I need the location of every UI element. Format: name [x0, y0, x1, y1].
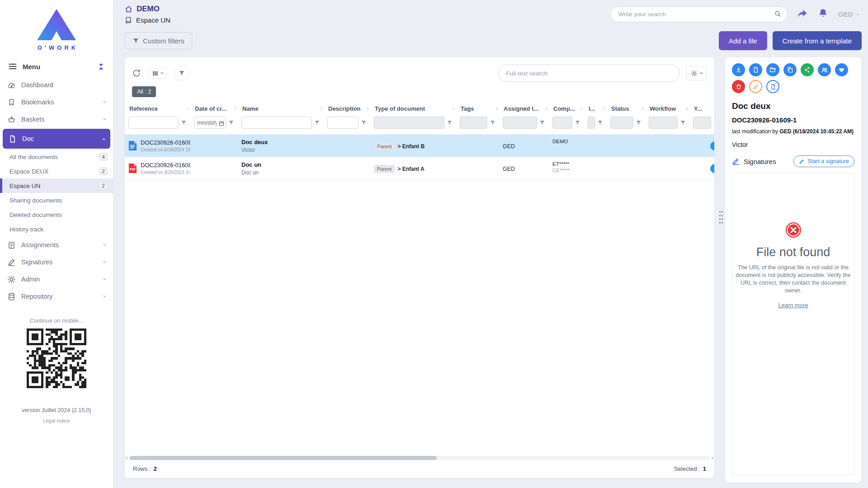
reference-filter-input[interactable]: [128, 117, 179, 129]
filter-funnel-icon[interactable]: [228, 120, 234, 126]
table-row[interactable]: PDF DOC230926-01608-0 Created on 9/26/20…: [125, 157, 714, 180]
i-filter-select[interactable]: [588, 117, 595, 129]
tags-filter-select[interactable]: [460, 117, 487, 129]
sidebar-item-assignments[interactable]: Assignments: [0, 236, 113, 253]
col-reference[interactable]: Reference: [125, 101, 190, 116]
scroll-right-icon[interactable]: [710, 456, 713, 460]
sidebar-item-sharing-documents[interactable]: Sharing documents: [0, 193, 113, 207]
col-status[interactable]: Status: [607, 101, 645, 116]
sidebar-item-all-documents[interactable]: All the documents 4: [0, 150, 113, 164]
col-tags[interactable]: Tags: [456, 101, 499, 116]
logo: O'WORK: [0, 0, 113, 52]
sidebar-item-repository[interactable]: Repository: [0, 288, 113, 305]
chevron-down-icon: [856, 12, 859, 15]
start-signature-button[interactable]: Start a signature: [793, 155, 854, 167]
filter-funnel-icon[interactable]: [597, 120, 603, 126]
type-filter-select[interactable]: [374, 117, 444, 129]
scrollbar-track[interactable]: [130, 456, 709, 460]
user-menu[interactable]: GED: [838, 10, 862, 19]
scroll-left-icon[interactable]: [126, 456, 129, 460]
assigned-to: GED: [503, 166, 515, 172]
horizontal-scrollbar[interactable]: [126, 455, 713, 461]
description-filter-input[interactable]: [327, 117, 359, 129]
filter-funnel-icon[interactable]: [181, 120, 187, 126]
sidebar: O'WORK Menu Dashboard Bookmark: [0, 0, 113, 488]
share-button[interactable]: [801, 63, 814, 76]
table-row[interactable]: DOC230926-01609-1 Created on 6/18/2024 1…: [125, 135, 714, 157]
col-company[interactable]: Comp...: [549, 101, 584, 116]
open-folder-button[interactable]: [766, 63, 779, 76]
properties-button[interactable]: [766, 80, 779, 93]
collapse-sidebar-icon[interactable]: [97, 63, 105, 70]
doc-subname: Victor: [241, 147, 320, 153]
filter-funnel-icon[interactable]: [314, 120, 320, 126]
sidebar-item-dashboard[interactable]: Dashboard: [0, 76, 113, 94]
calendar-icon[interactable]: [219, 120, 224, 128]
learn-more-link[interactable]: Learn more: [778, 302, 808, 309]
col-date[interactable]: Date of cr...: [190, 101, 238, 116]
bell-icon[interactable]: [817, 8, 829, 21]
refresh-icon[interactable]: [132, 69, 141, 78]
name-filter-input[interactable]: [241, 117, 312, 129]
topbar-actions: GED: [610, 6, 862, 22]
col-workflow[interactable]: Workflow: [645, 101, 689, 116]
col-y[interactable]: Y...: [689, 101, 714, 116]
sidebar-item-espace-un[interactable]: Espace UN 2: [0, 178, 113, 193]
columns-icon[interactable]: [148, 68, 167, 79]
filter-funnel-icon[interactable]: [539, 120, 545, 126]
sidebar-item-signatures[interactable]: Signatures: [0, 253, 113, 271]
filter-funnel-icon[interactable]: [636, 120, 642, 126]
col-assigned[interactable]: Assigned t...: [499, 101, 549, 116]
edit-button[interactable]: [749, 80, 762, 93]
sidebar-item-history-track[interactable]: History track: [0, 222, 113, 236]
filter-funnel-icon[interactable]: [490, 120, 495, 126]
legal-notice-link[interactable]: Legal notice: [43, 418, 70, 423]
all-count-badge[interactable]: All : 2: [132, 86, 156, 97]
sidebar-item-admin[interactable]: Admin: [0, 271, 113, 288]
scrollbar-thumb[interactable]: [130, 456, 437, 460]
share-icon[interactable]: [797, 8, 808, 21]
column-chevron-icon: [366, 107, 369, 110]
custom-filters-button[interactable]: Custom filters: [125, 32, 192, 49]
rows-count: Rows :2: [133, 465, 157, 472]
filter-icon[interactable]: [174, 66, 189, 81]
y-filter-select[interactable]: [693, 117, 711, 129]
col-i[interactable]: I...: [584, 101, 607, 116]
document-actions-row-1: [732, 63, 854, 76]
user-name: GED: [838, 10, 853, 19]
new-version-button[interactable]: [749, 63, 762, 76]
search-input[interactable]: [610, 6, 788, 22]
fulltext-search-input[interactable]: [498, 65, 680, 82]
company-filter-select[interactable]: [552, 117, 572, 129]
favorite-button[interactable]: [835, 63, 848, 76]
col-type[interactable]: Type of document: [370, 101, 456, 116]
status-filter-select[interactable]: [610, 117, 633, 129]
download-button[interactable]: [732, 63, 745, 76]
workflow-filter-select[interactable]: [649, 117, 678, 129]
sidebar-item-deleted-documents[interactable]: Deleted documents: [0, 207, 113, 222]
create-from-template-button[interactable]: Create from a template: [773, 31, 862, 50]
hamburger-icon[interactable]: [8, 62, 17, 71]
filter-funnel-icon[interactable]: [447, 120, 453, 126]
header-row: Reference Date of cr... Name Description…: [125, 101, 714, 116]
sidebar-item-doc[interactable]: Doc: [3, 129, 110, 149]
add-file-button[interactable]: Add a file: [719, 31, 767, 50]
filter-funnel-icon[interactable]: [680, 120, 686, 126]
delete-button[interactable]: [732, 80, 745, 93]
assigned-filter-select[interactable]: [503, 117, 537, 129]
nav-label: Dashboard: [21, 81, 53, 89]
filter-funnel-icon[interactable]: [361, 120, 367, 126]
col-description[interactable]: Description: [324, 101, 370, 116]
search-icon[interactable]: [774, 10, 782, 19]
sidebar-item-espace-deux[interactable]: Espace DEUX 2: [0, 164, 113, 178]
users-button[interactable]: [818, 63, 831, 76]
table-settings-button[interactable]: [686, 66, 707, 80]
detail-panel: Doc deux DOC230926-01609-1 last modifica…: [725, 57, 861, 483]
filter-funnel-icon[interactable]: [575, 120, 580, 126]
sidebar-item-baskets[interactable]: Baskets: [0, 111, 113, 128]
title-block: DEMO Espace UN: [125, 5, 170, 24]
col-name[interactable]: Name: [238, 101, 324, 116]
panel-resize-handle[interactable]: [719, 210, 723, 225]
copy-button[interactable]: [783, 63, 797, 76]
sidebar-item-bookmarks[interactable]: Bookmarks: [0, 94, 113, 111]
